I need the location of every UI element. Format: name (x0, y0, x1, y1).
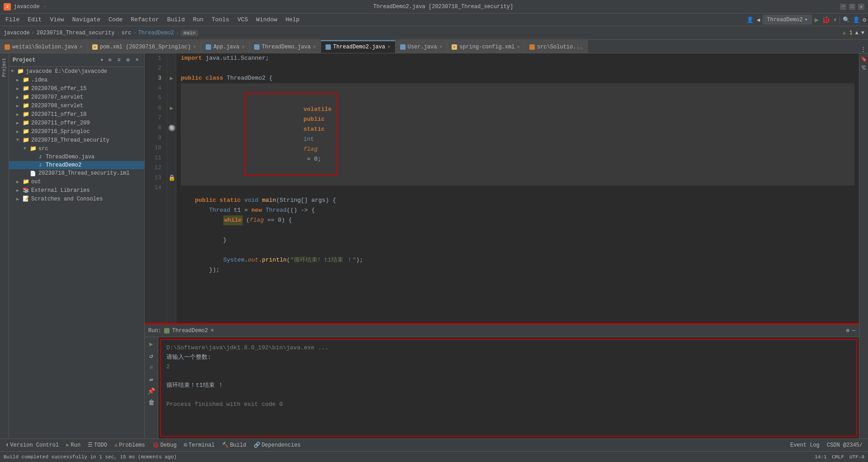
tree-servlet707[interactable]: ▶ 📁 20230707_servlet (9, 93, 144, 101)
close-button[interactable]: ✕ (858, 4, 864, 10)
run-output[interactable]: D:\Software\java\jdk1.8.0_192\bin\java.e… (160, 339, 857, 437)
tree-out[interactable]: ▶ 📁 out (9, 177, 144, 186)
collapse-icon[interactable]: ≡ (115, 57, 123, 64)
bottom-tab-run[interactable]: ▶ Run (62, 440, 84, 450)
tree-offer18[interactable]: ▶ 📁 20230711_offer_18 (9, 110, 144, 119)
tab-app[interactable]: App.java × (201, 40, 250, 53)
tree-servlet708[interactable]: ▶ 📁 20230708_servlet (9, 101, 144, 110)
line-ending[interactable]: CRLF (832, 454, 844, 460)
tree-ext-libs[interactable]: ▶ 📚 External Libraries (9, 186, 144, 195)
tree-scratches[interactable]: ▶ 📝 Scratches and Consoles (9, 195, 144, 203)
tree-iml-file[interactable]: ▶ 📄 20230718_Thread_security.iml (9, 169, 144, 177)
tab-close-spring-config[interactable]: × (517, 44, 520, 50)
encoding[interactable]: UTF-8 (849, 454, 864, 460)
menu-edit[interactable]: Edit (24, 14, 45, 25)
bottom-tab-todo[interactable]: ☰ TODO (84, 440, 111, 450)
run-minimize-icon[interactable]: ─ (852, 328, 855, 334)
bottom-tab-debug[interactable]: 🐞 Debug (149, 440, 180, 450)
tab-close-threaddemo[interactable]: × (313, 44, 316, 50)
menu-help[interactable]: Help (282, 14, 303, 25)
nav-main[interactable]: main (181, 30, 198, 36)
debug-button[interactable]: 🐞 (821, 15, 830, 24)
settings-icon[interactable]: ⚙ (863, 16, 866, 24)
menu-navigate[interactable]: Navigate (69, 14, 104, 25)
tab-close-pom[interactable]: × (193, 44, 196, 50)
user-profile-icon[interactable]: 👤 (853, 16, 860, 24)
menu-file[interactable]: File (2, 14, 23, 25)
tab-pom[interactable]: x pom.xml (20230716_Springloc) × (88, 40, 201, 53)
tree-src[interactable]: ▼ 📁 src (9, 144, 144, 153)
ext-libs-arrow: ▶ (16, 188, 22, 193)
right-structure-icon[interactable]: 🏗 (860, 64, 868, 71)
bottom-tab-terminal[interactable]: ⊡ Terminal (180, 440, 218, 450)
tabs-more-icon[interactable]: ⋮ (860, 46, 866, 53)
tree-root[interactable]: ▼ 📁 javacode E:\Code\javacode (9, 67, 144, 76)
bottom-tab-dependencies[interactable]: 🔗 Dependencies (250, 440, 304, 450)
settings-sidebar-icon[interactable]: ⚙ (124, 57, 132, 64)
menu-run[interactable]: Run (189, 14, 207, 25)
coverage-button[interactable]: ⚡ (833, 16, 837, 24)
sidebar-dropdown-arrow[interactable]: ▾ (100, 57, 104, 63)
tab-close-user[interactable]: × (439, 44, 442, 50)
left-tab-project[interactable]: Project (1, 55, 8, 80)
tab-solution[interactable]: weitai\Solution.java × (0, 40, 88, 53)
run-tab-close[interactable]: × (211, 328, 214, 334)
tree-idea[interactable]: ▶ 📁 .idea (9, 76, 144, 84)
run-wrap-button[interactable]: ⇌ (146, 374, 156, 384)
sidebar-tree: ▼ 📁 javacode E:\Code\javacode ▶ 📁 .idea … (9, 67, 144, 438)
tab-spring-config[interactable]: x spring-config.xml × (447, 40, 525, 53)
run-play-button[interactable]: ▶ (146, 339, 156, 349)
tree-threaddemo2-file[interactable]: ▶ J ThreadDemo2 (9, 161, 144, 169)
tree-thread-security[interactable]: ▼ 📁 20230718_Thread_security (9, 136, 144, 144)
nav-javacode[interactable]: javacode (4, 30, 30, 36)
sidebar-close-icon[interactable]: × (133, 57, 141, 64)
bottom-tab-problems[interactable]: ⚠ Problems (111, 440, 149, 450)
tab-threaddemo2[interactable]: ThreadDemo2.java × (321, 40, 396, 53)
cursor-position[interactable]: 14:1 (815, 454, 826, 460)
menu-vcs[interactable]: VCS (234, 14, 251, 25)
nav-src[interactable]: src (122, 30, 132, 36)
run-pin-button[interactable]: 📌 (146, 386, 156, 396)
locate-icon[interactable]: ⊙ (106, 57, 113, 64)
run-stop-button[interactable]: ■ (146, 362, 156, 372)
menu-refactor[interactable]: Refactor (127, 14, 162, 25)
run-config-dropdown[interactable]: ThreadDemo2 ▾ (763, 15, 811, 24)
scroll-up-icon[interactable]: ▲ (855, 30, 859, 36)
bottom-tab-build[interactable]: 🔨 Build (218, 440, 250, 450)
nav-thread-security[interactable]: 20230718_Thread_security (37, 30, 115, 36)
menu-build[interactable]: Build (164, 14, 189, 25)
gutter-3[interactable]: ▶ (167, 73, 176, 83)
tree-offer209[interactable]: ▶ 📁 20230711_offer_209 (9, 119, 144, 127)
tab-close-solution[interactable]: × (80, 44, 83, 50)
menu-window[interactable]: Window (253, 14, 281, 25)
scroll-down-icon[interactable]: ▼ (861, 30, 864, 36)
maximize-button[interactable]: □ (849, 4, 855, 10)
tab-threaddemo[interactable]: ThreadDemo.java × (250, 40, 321, 53)
gutter-6[interactable]: ▶ (167, 103, 176, 113)
tab-user[interactable]: User.java × (396, 40, 447, 53)
tab-srcsolution[interactable]: src\Solutio... (525, 40, 588, 53)
back-icon[interactable]: ◀ (756, 16, 760, 24)
search-everywhere-icon[interactable]: 🔍 (843, 16, 850, 24)
nav-threaddemo2[interactable]: ThreadDemo2 (138, 30, 174, 36)
tab-close-app[interactable]: × (242, 44, 245, 50)
code-content[interactable]: import java.util.Scanner; public class T… (176, 53, 859, 323)
bottom-event-log[interactable]: Event Log (787, 440, 823, 450)
tree-springloc[interactable]: ▶ 📁 20230716_Springloc (9, 127, 144, 136)
run-clear-button[interactable]: 🗑 (146, 398, 156, 408)
menu-code[interactable]: Code (105, 14, 126, 25)
tree-threaddemo-file[interactable]: ▶ J ThreadDemo.java (9, 153, 144, 161)
tree-offer15[interactable]: ▶ 📁 20230706_offer_15 (9, 84, 144, 93)
profile-icon[interactable]: 👤 (746, 16, 754, 24)
run-settings-icon[interactable]: ⚙ (846, 327, 849, 334)
menu-tools[interactable]: Tools (208, 14, 233, 25)
bottom-tab-vcs[interactable]: ⬆ Version Control (2, 440, 62, 450)
menu-view[interactable]: View (46, 14, 67, 25)
tab-close-threaddemo2[interactable]: × (387, 44, 391, 50)
editor[interactable]: 1 2 3 4 5 6 7 8 9 10 11 12 13 14 (145, 53, 859, 323)
run-rerun-button[interactable]: ↺ (146, 351, 156, 361)
bottom-csdn[interactable]: CSDN @2345/ (823, 440, 866, 450)
run-button[interactable]: ▶ (815, 15, 819, 24)
right-bookmark-icon[interactable]: 🔖 (860, 55, 868, 62)
minimize-button[interactable]: ─ (840, 4, 846, 10)
